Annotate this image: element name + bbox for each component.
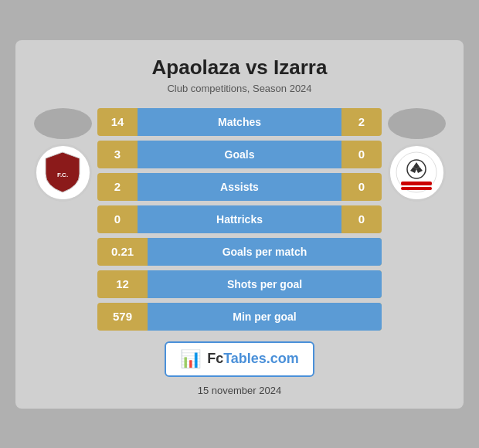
svg-rect-7 [401, 187, 432, 190]
right-value-hattricks: 0 [341, 212, 382, 226]
middle-bar-assists: Assists [138, 173, 341, 201]
left-logo-ellipse [34, 108, 92, 139]
left-value-matches: 14 [97, 115, 138, 128]
left-club-badge: F.C. [34, 144, 92, 202]
svg-text:F.C.: F.C. [57, 171, 68, 178]
middle-bar-goals: Goals [138, 141, 341, 168]
right-club-badge [388, 144, 446, 202]
svg-rect-6 [401, 182, 432, 185]
middle-bar-matches: Matches [138, 108, 341, 136]
middle-bar-min-per-goal: Min per goal [148, 303, 382, 331]
stat-row-min-per-goal: 579 Min per goal [97, 303, 382, 331]
left-value-goals: 3 [97, 148, 138, 161]
stat-label-hattricks: Hattricks [216, 213, 263, 226]
stat-row-shots-per-goal: 12 Shots per goal [97, 270, 382, 298]
page-subtitle: Club competitions, Season 2024 [28, 83, 451, 94]
stat-label-min-per-goal: Min per goal [233, 311, 296, 323]
middle-bar-shots-per-goal: Shots per goal [148, 270, 382, 298]
right-value-goals: 0 [341, 148, 382, 161]
page-title: Apaolaza vs Izarra [28, 56, 451, 80]
left-value-min-per-goal: 579 [97, 310, 148, 323]
stat-row-matches: 14 Matches 2 [97, 108, 382, 136]
branding-section: 📊 FcTables.com [28, 341, 451, 377]
stat-row-assists: 2 Assists 0 [97, 173, 382, 201]
left-value-shots-per-goal: 12 [97, 277, 148, 290]
left-value-goals-per-match: 0.21 [97, 245, 148, 258]
stat-label-goals: Goals [225, 148, 255, 161]
left-value-hattricks: 0 [97, 212, 138, 226]
brand-text: FcTables.com [207, 351, 299, 367]
stat-label-assists: Assists [220, 181, 259, 193]
stats-container: 14 Matches 2 3 Goals 0 2 Assists 0 [97, 108, 382, 331]
stat-row-hattricks: 0 Hattricks 0 [97, 205, 382, 233]
right-logo-ellipse [388, 108, 446, 139]
left-team-logo: F.C. [28, 108, 97, 202]
left-value-assists: 2 [97, 180, 138, 193]
stat-row-goals-per-match: 0.21 Goals per match [97, 238, 382, 266]
brand-box: 📊 FcTables.com [165, 341, 314, 377]
brand-icon: 📊 [180, 349, 201, 369]
stat-label-matches: Matches [218, 116, 261, 128]
right-value-assists: 0 [341, 180, 382, 193]
footer-date: 15 november 2024 [28, 385, 451, 396]
stat-label-shots-per-goal: Shots per goal [227, 278, 302, 290]
main-card: Apaolaza vs Izarra Club competitions, Se… [15, 40, 464, 409]
middle-bar-goals-per-match: Goals per match [148, 238, 382, 266]
stat-label-goals-per-match: Goals per match [223, 246, 307, 258]
middle-bar-hattricks: Hattricks [138, 205, 341, 233]
right-value-matches: 2 [341, 115, 382, 128]
stat-row-goals: 3 Goals 0 [97, 141, 382, 168]
right-team-logo [382, 108, 451, 202]
